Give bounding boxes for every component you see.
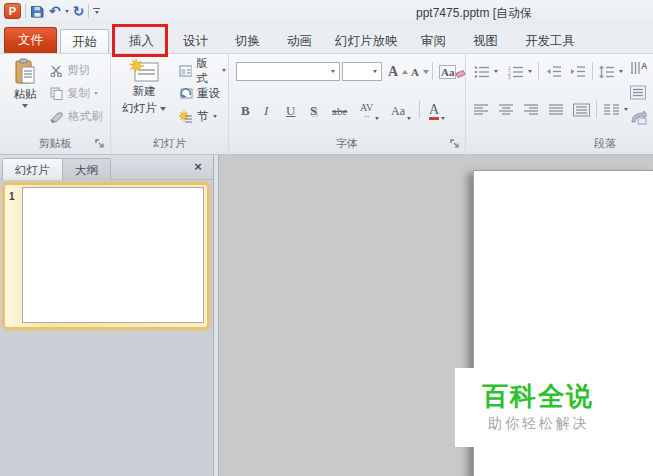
decrease-indent-button[interactable] — [544, 61, 564, 82]
divider — [25, 4, 26, 18]
reset-label: 重设 — [197, 86, 220, 101]
divider — [432, 62, 433, 80]
tab-design[interactable]: 设计 — [172, 29, 219, 53]
justify-icon — [549, 103, 564, 116]
copy-dropdown-icon — [94, 92, 98, 95]
undo-dropdown-icon[interactable] — [65, 10, 69, 13]
undo-icon[interactable]: ↶ — [49, 3, 61, 19]
text-shadow-button[interactable]: S — [308, 99, 319, 120]
paragraph-group-label: 段落 — [585, 136, 625, 151]
clipboard-dialog-launcher-icon[interactable] — [95, 139, 106, 150]
new-slide-label-line1: 新建 — [133, 84, 156, 99]
group-clipboard: 粘贴 剪切 复制 — [0, 54, 111, 154]
panel-tab-outline[interactable]: 大纲 — [62, 158, 111, 180]
tab-slideshow[interactable]: 幻灯片放映 — [324, 29, 409, 53]
cut-button[interactable]: 剪切 — [48, 60, 92, 81]
grow-font-button[interactable]: A — [386, 61, 410, 82]
group-slides: 新建 幻灯片 版式 — [111, 54, 229, 154]
italic-button[interactable]: I — [262, 99, 270, 120]
titlebar: P ↶ ↻ ppt7475.pptm [自动保 — [0, 0, 653, 24]
strikethrough-button[interactable]: abe — [330, 99, 349, 120]
new-slide-button[interactable]: 新建 幻灯片 — [117, 58, 171, 116]
increase-indent-button[interactable] — [568, 61, 588, 82]
font-name-dropdown-icon — [331, 70, 335, 73]
tab-view[interactable]: 视图 — [462, 29, 509, 53]
layout-button[interactable]: 版式 — [177, 60, 228, 81]
font-name-combobox[interactable] — [236, 62, 340, 81]
divider — [88, 4, 89, 18]
align-right-icon — [524, 103, 539, 116]
layout-dropdown-icon — [222, 69, 226, 72]
numbering-dropdown-icon — [528, 70, 532, 73]
bold-button[interactable]: B — [239, 99, 252, 120]
font-color-dropdown-icon — [441, 117, 445, 120]
tab-transitions[interactable]: 切换 — [224, 29, 271, 53]
copy-label: 复制 — [67, 86, 90, 101]
watermark-box: 百科全说 助你轻松解决 — [455, 368, 653, 447]
font-size-dropdown-icon — [373, 70, 377, 73]
divider — [596, 100, 597, 118]
align-left-button[interactable] — [472, 99, 491, 120]
tab-home[interactable]: 开始 — [60, 29, 109, 54]
powerpoint-logo-icon[interactable]: P — [4, 3, 21, 19]
tab-animations[interactable]: 动画 — [276, 29, 323, 53]
bullets-button[interactable] — [472, 61, 500, 82]
slide-editing-canvas[interactable]: 百科全说 助你轻松解决 — [219, 155, 653, 476]
panel-tab-slides[interactable]: 幻灯片 — [2, 158, 63, 180]
tab-review[interactable]: 审阅 — [410, 29, 457, 53]
slides-outline-panel: 幻灯片 大纲 × 1 — [0, 155, 213, 476]
format-painter-label: 格式刷 — [68, 109, 103, 124]
columns-button[interactable] — [602, 99, 630, 120]
bullets-icon — [474, 65, 490, 79]
new-slide-icon — [129, 58, 159, 82]
reset-icon — [179, 87, 193, 100]
copy-button[interactable]: 复制 — [48, 83, 100, 104]
slide-thumbnail-selected[interactable]: 1 — [3, 183, 209, 329]
tab-developer[interactable]: 开发工具 — [514, 29, 586, 53]
distributed-button[interactable] — [571, 99, 592, 120]
svg-text:A: A — [641, 61, 647, 71]
character-spacing-button[interactable]: AV ↔ — [358, 99, 381, 120]
line-spacing-dropdown-icon — [619, 70, 623, 73]
section-label: 节 — [197, 109, 209, 124]
panel-close-icon[interactable]: × — [190, 159, 206, 174]
clipboard-group-label: 剪贴板 — [0, 136, 110, 151]
font-dialog-launcher-icon[interactable] — [450, 139, 461, 150]
align-right-button[interactable] — [522, 99, 541, 120]
font-size-combobox[interactable] — [342, 62, 382, 81]
paste-dropdown-icon — [22, 104, 28, 108]
font-color-button[interactable]: A — [427, 99, 447, 120]
window-title: ppt7475.pptm [自动保 — [416, 5, 653, 22]
slides-group-label: 幻灯片 — [111, 136, 228, 151]
reset-button[interactable]: 重设 — [177, 83, 222, 104]
format-painter-button[interactable]: 格式刷 — [48, 106, 105, 127]
convert-smartart-button[interactable] — [628, 107, 649, 128]
paste-button[interactable]: 粘贴 — [5, 58, 45, 108]
align-text-button[interactable] — [628, 82, 649, 103]
numbering-button[interactable]: 123 — [506, 61, 534, 82]
smartart-icon — [630, 110, 647, 125]
customize-qat-icon[interactable] — [93, 8, 100, 14]
justify-button[interactable] — [547, 99, 566, 120]
redo-icon[interactable]: ↻ — [73, 3, 85, 19]
align-center-button[interactable] — [497, 99, 516, 120]
divider — [538, 62, 539, 80]
shrink-font-button[interactable]: A — [409, 61, 431, 82]
save-icon[interactable] — [30, 4, 45, 19]
paste-icon — [14, 58, 36, 85]
align-center-icon — [499, 103, 514, 116]
change-case-button[interactable]: Aa — [389, 99, 413, 120]
clear-formatting-button[interactable]: Aa — [437, 61, 467, 82]
text-direction-button[interactable]: A — [628, 57, 649, 78]
format-painter-icon — [50, 111, 64, 123]
section-dropdown-icon — [213, 115, 217, 118]
line-spacing-button[interactable] — [597, 61, 625, 82]
section-button[interactable]: 节 — [177, 106, 219, 127]
tab-file[interactable]: 文件 — [4, 27, 57, 53]
line-spacing-icon — [599, 65, 615, 79]
ribbon: 粘贴 剪切 复制 — [0, 53, 653, 155]
powerpoint-window: P ↶ ↻ ppt7475.pptm [自动保 文件 开始 插入 设计 切换 动… — [0, 0, 653, 476]
decrease-indent-icon — [546, 65, 562, 78]
bullets-dropdown-icon — [494, 70, 498, 73]
underline-button[interactable]: U — [284, 99, 297, 120]
